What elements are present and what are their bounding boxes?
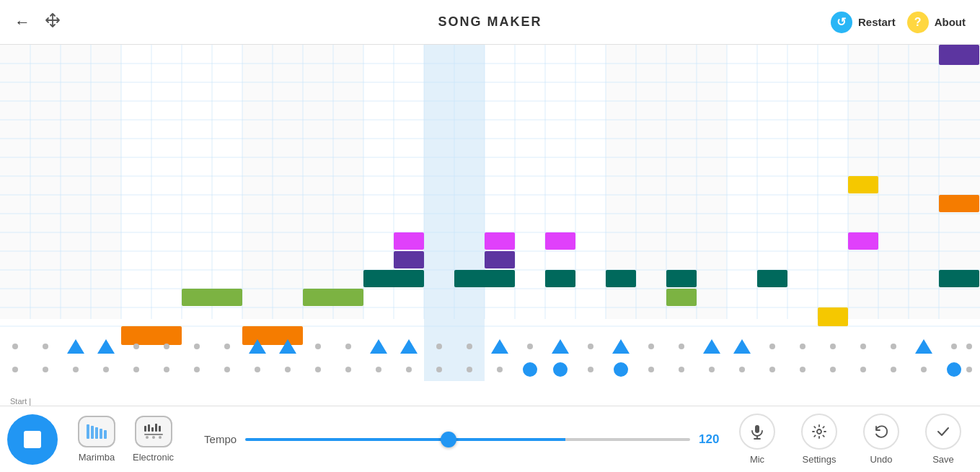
svg-rect-146 xyxy=(95,427,98,439)
svg-point-157 xyxy=(159,436,162,439)
svg-rect-71 xyxy=(939,270,979,287)
svg-point-137 xyxy=(800,367,805,372)
svg-point-103 xyxy=(679,344,684,349)
svg-point-121 xyxy=(315,367,321,372)
header-left: ← xyxy=(14,12,61,32)
restart-button[interactable]: ↺ Restart xyxy=(831,12,896,33)
svg-point-123 xyxy=(376,367,381,372)
svg-point-117 xyxy=(194,367,200,372)
svg-point-161 xyxy=(817,429,821,434)
svg-rect-75 xyxy=(121,326,182,345)
svg-point-118 xyxy=(224,367,230,372)
svg-rect-154 xyxy=(144,434,163,435)
svg-point-120 xyxy=(285,367,291,372)
svg-point-129 xyxy=(614,362,628,377)
svg-point-135 xyxy=(739,367,745,372)
svg-point-104 xyxy=(769,344,775,349)
svg-point-139 xyxy=(860,367,866,372)
svg-point-131 xyxy=(588,367,593,372)
svg-rect-152 xyxy=(155,424,157,432)
svg-rect-67 xyxy=(545,270,575,287)
svg-point-114 xyxy=(103,367,109,372)
save-button[interactable]: Save xyxy=(914,409,973,469)
svg-point-130 xyxy=(497,367,503,372)
svg-rect-151 xyxy=(151,427,154,432)
start-label: Start | xyxy=(10,397,31,406)
svg-rect-73 xyxy=(303,289,363,306)
svg-rect-77 xyxy=(818,307,848,326)
restart-label: Restart xyxy=(858,16,896,28)
about-label: About xyxy=(935,16,966,28)
tempo-value: 120 xyxy=(699,432,728,447)
svg-point-94 xyxy=(194,344,200,349)
stop-icon xyxy=(24,431,41,448)
svg-point-90 xyxy=(12,344,18,349)
back-button[interactable]: ← xyxy=(14,14,30,30)
svg-point-100 xyxy=(527,344,533,349)
svg-point-125 xyxy=(436,367,442,372)
svg-rect-58 xyxy=(939,195,979,212)
song-grid[interactable] xyxy=(0,45,980,384)
svg-rect-148 xyxy=(104,430,107,439)
svg-point-97 xyxy=(345,344,351,349)
mic-button[interactable]: Mic xyxy=(728,409,787,469)
about-button[interactable]: ? About xyxy=(907,12,966,33)
undo-label: Undo xyxy=(870,454,892,465)
electronic-label: Electronic xyxy=(133,452,174,463)
svg-point-128 xyxy=(553,362,568,377)
svg-point-134 xyxy=(709,367,715,372)
action-buttons: Mic Settings Undo xyxy=(728,409,973,469)
svg-rect-76 xyxy=(242,326,303,345)
undo-icon-circle xyxy=(863,414,899,450)
svg-rect-60 xyxy=(485,232,515,250)
play-stop-button[interactable] xyxy=(7,414,58,465)
save-label: Save xyxy=(932,454,954,465)
svg-rect-65 xyxy=(363,270,424,287)
svg-rect-153 xyxy=(159,426,161,432)
svg-point-101 xyxy=(588,344,593,349)
marimba-label: Marimba xyxy=(79,452,115,463)
svg-point-124 xyxy=(406,367,412,372)
svg-point-108 xyxy=(891,344,896,349)
tempo-label: Tempo xyxy=(204,433,237,445)
undo-button[interactable]: Undo xyxy=(852,409,911,469)
svg-point-96 xyxy=(315,344,321,349)
svg-point-156 xyxy=(152,436,155,439)
mic-label: Mic xyxy=(750,454,764,465)
svg-point-106 xyxy=(830,344,836,349)
svg-rect-144 xyxy=(87,424,89,439)
svg-rect-74 xyxy=(666,289,697,306)
svg-point-132 xyxy=(648,367,654,372)
svg-point-136 xyxy=(769,367,775,372)
settings-icon-circle xyxy=(801,414,837,450)
electronic-button[interactable]: Electronic xyxy=(133,416,174,463)
svg-point-113 xyxy=(73,367,79,372)
svg-rect-68 xyxy=(606,270,636,287)
svg-point-91 xyxy=(43,344,48,349)
restart-icon: ↺ xyxy=(831,12,852,33)
page-title: SONG MAKER xyxy=(438,14,542,30)
svg-point-107 xyxy=(860,344,866,349)
svg-rect-64 xyxy=(485,251,515,268)
marimba-icon xyxy=(78,416,115,447)
header-right: ↺ Restart ? About xyxy=(831,12,966,33)
svg-point-93 xyxy=(164,344,169,349)
toolbar: Marimba Electronic Tempo 120 xyxy=(0,406,980,472)
svg-rect-61 xyxy=(545,232,575,250)
svg-point-105 xyxy=(800,344,805,349)
header: ← SONG MAKER ↺ Restart ? About xyxy=(0,0,980,45)
svg-point-122 xyxy=(345,367,351,372)
settings-button[interactable]: Settings xyxy=(790,409,849,469)
save-icon-circle xyxy=(925,414,961,450)
svg-rect-63 xyxy=(394,251,424,268)
svg-rect-158 xyxy=(755,425,759,433)
svg-point-110 xyxy=(966,344,972,349)
svg-point-116 xyxy=(164,367,169,372)
svg-rect-150 xyxy=(148,424,150,432)
tempo-slider[interactable] xyxy=(245,438,690,441)
svg-rect-147 xyxy=(100,429,102,439)
svg-point-138 xyxy=(830,367,836,372)
svg-point-141 xyxy=(921,367,927,372)
marimba-button[interactable]: Marimba xyxy=(78,416,115,463)
move-button[interactable] xyxy=(45,12,61,32)
